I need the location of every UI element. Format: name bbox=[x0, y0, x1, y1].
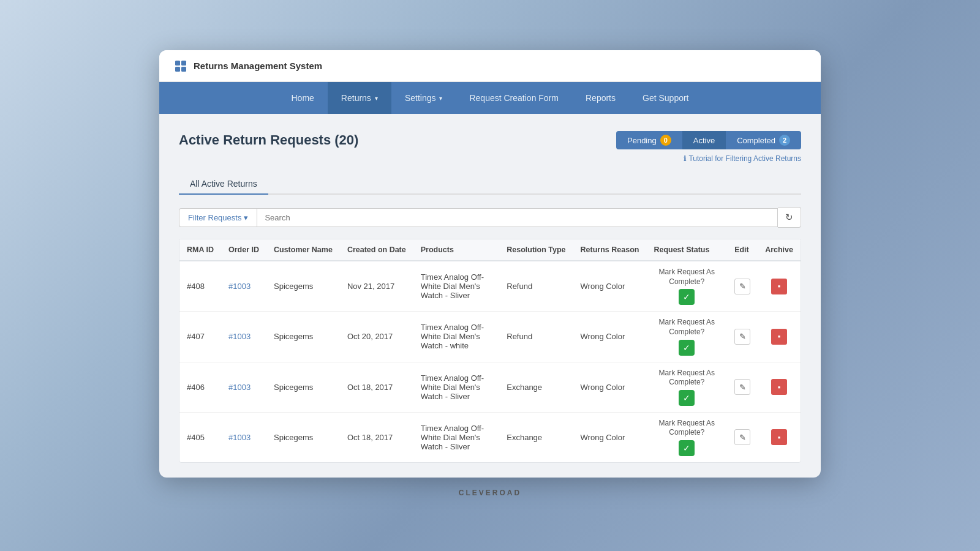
cell-order-id[interactable]: #1003 bbox=[221, 261, 266, 312]
cell-request-status: Mark Request As Complete? ✓ bbox=[646, 362, 727, 412]
col-created-date: Created on Date bbox=[340, 239, 413, 261]
edit-button[interactable]: ✎ bbox=[734, 429, 750, 445]
nav-item-request-creation-form[interactable]: Request Creation Form bbox=[456, 82, 572, 114]
cell-order-id[interactable]: #1003 bbox=[221, 412, 266, 462]
cell-resolution-type: Exchange bbox=[499, 362, 573, 412]
cell-request-status: Mark Request As Complete? ✓ bbox=[646, 261, 727, 312]
cell-edit: ✎ bbox=[727, 362, 758, 412]
cell-resolution-type: Refund bbox=[499, 261, 573, 312]
col-returns-reason: Returns Reason bbox=[573, 239, 647, 261]
cell-edit: ✎ bbox=[727, 312, 758, 362]
col-rma-id: RMA ID bbox=[179, 239, 221, 261]
filter-row: Filter Requests ▾ ↻ bbox=[179, 207, 801, 228]
search-input[interactable] bbox=[257, 208, 778, 227]
mark-complete-label: Mark Request As Complete? bbox=[654, 318, 720, 337]
brand-name: Returns Management System bbox=[194, 61, 322, 71]
cell-edit: ✎ bbox=[727, 261, 758, 312]
cell-product: Timex Analog Off-White Dial Men's Watch … bbox=[413, 412, 500, 462]
nav-item-returns[interactable]: Returns ▾ bbox=[328, 82, 391, 114]
nav-item-reports[interactable]: Reports bbox=[572, 82, 629, 114]
archive-button[interactable]: ▪ bbox=[771, 379, 787, 395]
app-window: Returns Management System Home Returns ▾… bbox=[159, 50, 821, 478]
tutorial-link[interactable]: ℹ Tutorial for Filtering Active Returns bbox=[179, 154, 801, 163]
tab-active[interactable]: Active bbox=[682, 131, 726, 149]
mark-complete-button[interactable]: ✓ bbox=[679, 289, 695, 305]
col-order-id: Order ID bbox=[221, 239, 266, 261]
settings-dropdown-arrow: ▾ bbox=[439, 95, 442, 102]
nav-item-get-support[interactable]: Get Support bbox=[629, 82, 703, 114]
cell-returns-reason: Wrong Color bbox=[573, 261, 647, 312]
returns-dropdown-arrow: ▾ bbox=[375, 95, 378, 102]
cell-archive: ▪ bbox=[758, 362, 801, 412]
cell-created-date: Oct 18, 2017 bbox=[340, 362, 413, 412]
cell-request-status: Mark Request As Complete? ✓ bbox=[646, 412, 727, 462]
edit-button[interactable]: ✎ bbox=[734, 279, 750, 294]
cell-archive: ▪ bbox=[758, 312, 801, 362]
svg-rect-2 bbox=[175, 67, 180, 72]
mark-complete-button[interactable]: ✓ bbox=[679, 340, 695, 356]
cell-customer-name: Spicegems bbox=[266, 412, 340, 462]
filter-requests-button[interactable]: Filter Requests ▾ bbox=[179, 208, 257, 227]
returns-table: RMA ID Order ID Customer Name Created on… bbox=[179, 239, 801, 463]
table-row: #407 #1003 Spicegems Oct 20, 2017 Timex … bbox=[179, 312, 801, 362]
edit-button[interactable]: ✎ bbox=[734, 379, 750, 395]
cell-request-status: Mark Request As Complete? ✓ bbox=[646, 312, 727, 362]
tab-pending[interactable]: Pending 0 bbox=[616, 131, 682, 149]
cell-resolution-type: Refund bbox=[499, 312, 573, 362]
mark-complete-button[interactable]: ✓ bbox=[679, 440, 695, 456]
mark-complete-label: Mark Request As Complete? bbox=[654, 419, 720, 438]
col-request-status: Request Status bbox=[646, 239, 727, 261]
refresh-button[interactable]: ↻ bbox=[778, 207, 801, 228]
svg-rect-1 bbox=[181, 61, 186, 66]
cell-returns-reason: Wrong Color bbox=[573, 312, 647, 362]
archive-button[interactable]: ▪ bbox=[771, 279, 787, 294]
archive-button[interactable]: ▪ bbox=[771, 429, 787, 445]
cell-rma-id: #405 bbox=[179, 412, 221, 462]
mark-complete-label: Mark Request As Complete? bbox=[654, 268, 720, 287]
cell-product: Timex Analog Off-White Dial Men's Watch … bbox=[413, 362, 500, 412]
col-archive: Archive bbox=[758, 239, 801, 261]
mark-complete-button[interactable]: ✓ bbox=[679, 390, 695, 406]
cell-created-date: Oct 18, 2017 bbox=[340, 412, 413, 462]
table-row: #408 #1003 Spicegems Nov 21, 2017 Timex … bbox=[179, 261, 801, 312]
nav-item-settings[interactable]: Settings ▾ bbox=[391, 82, 456, 114]
cell-created-date: Oct 20, 2017 bbox=[340, 312, 413, 362]
pending-badge: 0 bbox=[660, 135, 671, 146]
filter-dropdown-arrow: ▾ bbox=[244, 213, 248, 222]
table-row: #406 #1003 Spicegems Oct 18, 2017 Timex … bbox=[179, 362, 801, 412]
completed-badge: 2 bbox=[779, 135, 790, 146]
cell-archive: ▪ bbox=[758, 261, 801, 312]
svg-rect-3 bbox=[181, 67, 186, 72]
cell-product: Timex Analog Off-White Dial Men's Watch … bbox=[413, 312, 500, 362]
cell-customer-name: Spicegems bbox=[266, 362, 340, 412]
page-header: Active Return Requests (20) Pending 0 Ac… bbox=[179, 131, 801, 149]
cell-rma-id: #408 bbox=[179, 261, 221, 312]
refresh-icon: ↻ bbox=[785, 212, 793, 222]
table-row: #405 #1003 Spicegems Oct 18, 2017 Timex … bbox=[179, 412, 801, 462]
col-customer-name: Customer Name bbox=[266, 239, 340, 261]
cell-created-date: Nov 21, 2017 bbox=[340, 261, 413, 312]
mark-complete-label: Mark Request As Complete? bbox=[654, 369, 720, 388]
page-title: Active Return Requests (20) bbox=[179, 132, 358, 148]
cell-customer-name: Spicegems bbox=[266, 312, 340, 362]
grid-icon bbox=[174, 59, 187, 73]
archive-button[interactable]: ▪ bbox=[771, 329, 787, 345]
main-content: Active Return Requests (20) Pending 0 Ac… bbox=[159, 114, 821, 478]
col-products: Products bbox=[413, 239, 500, 261]
nav-item-home[interactable]: Home bbox=[277, 82, 327, 114]
cell-product: Timex Analog Off-White Dial Men's Watch … bbox=[413, 261, 500, 312]
sub-tabs: All Active Returns bbox=[179, 174, 801, 195]
nav-bar: Home Returns ▾ Settings ▾ Request Creati… bbox=[159, 82, 821, 114]
edit-button[interactable]: ✎ bbox=[734, 329, 750, 345]
cell-returns-reason: Wrong Color bbox=[573, 412, 647, 462]
cell-customer-name: Spicegems bbox=[266, 261, 340, 312]
cell-archive: ▪ bbox=[758, 412, 801, 462]
cell-order-id[interactable]: #1003 bbox=[221, 312, 266, 362]
tab-completed[interactable]: Completed 2 bbox=[726, 131, 801, 149]
top-bar: Returns Management System bbox=[159, 50, 821, 82]
col-edit: Edit bbox=[727, 239, 758, 261]
table-header-row: RMA ID Order ID Customer Name Created on… bbox=[179, 239, 801, 261]
sub-tab-all-active[interactable]: All Active Returns bbox=[179, 174, 268, 195]
cell-returns-reason: Wrong Color bbox=[573, 362, 647, 412]
cell-order-id[interactable]: #1003 bbox=[221, 362, 266, 412]
